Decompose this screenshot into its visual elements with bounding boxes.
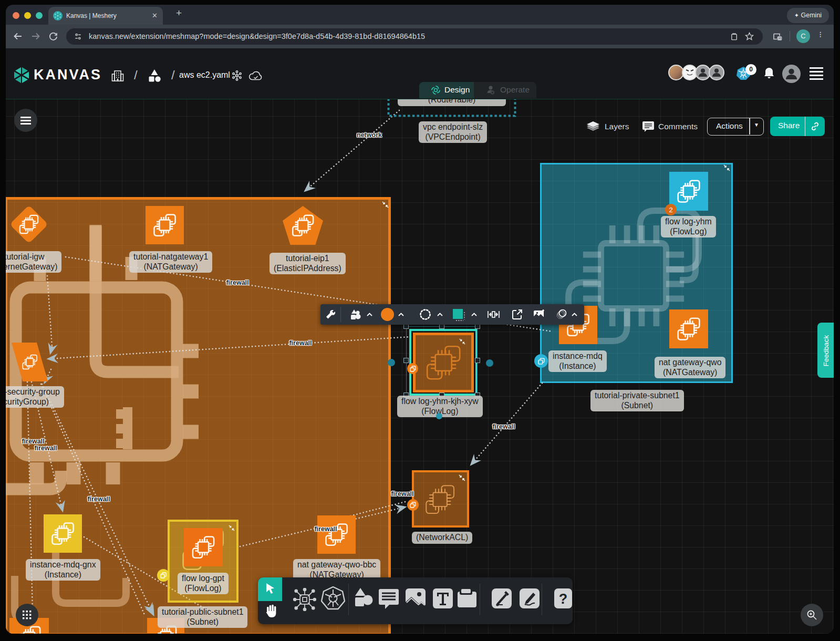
svg-text:?: ? — [559, 591, 568, 607]
